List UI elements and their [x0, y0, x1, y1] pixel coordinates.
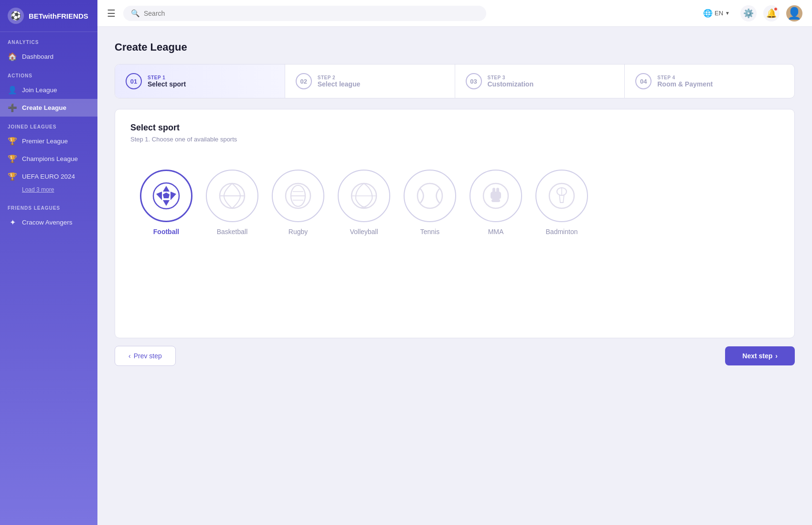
sport-circle-badminton: [535, 170, 588, 222]
step-1-info: STEP 1 Select sport: [148, 75, 186, 88]
sidebar-item-euro-2024[interactable]: 🏆 UEFA EURO 2024: [0, 168, 97, 185]
svg-rect-17: [491, 192, 501, 199]
step-2[interactable]: 02 STEP 2 Select league: [285, 64, 455, 98]
sidebar-item-champions-league[interactable]: 🏆 Champions League: [0, 150, 97, 168]
logo-icon: ⚽: [8, 8, 24, 24]
sidebar-item-join-league[interactable]: 👤 Join League: [0, 81, 97, 99]
settings-button[interactable]: ⚙️: [740, 5, 757, 21]
sport-label-football: Football: [153, 228, 179, 236]
trophy-icon-2: 🏆: [8, 154, 17, 163]
notification-dot: [774, 7, 778, 11]
chevron-down-icon: ▼: [725, 11, 730, 16]
sport-label-rugby: Rugby: [288, 228, 308, 236]
settings-icon: ⚙️: [743, 8, 754, 19]
sidebar-item-create-league[interactable]: ➕ Create League: [0, 99, 97, 117]
app-name: BETwithFRIENDS: [29, 12, 88, 20]
analytics-section-label: ANALYTICS: [0, 32, 97, 48]
sport-item-badminton[interactable]: Badminton: [535, 170, 588, 236]
dashboard-label: Dashboard: [22, 53, 53, 60]
search-bar: 🔍: [123, 6, 486, 21]
sport-item-rugby[interactable]: Rugby: [272, 170, 324, 236]
svg-rect-20: [496, 188, 499, 193]
champions-league-label: Champions League: [22, 155, 78, 162]
avatar[interactable]: 👤: [786, 5, 802, 21]
svg-marker-3: [156, 192, 162, 200]
step-4-number: 04: [635, 73, 652, 89]
step-3-name: Customization: [488, 80, 534, 88]
notifications-button[interactable]: 🔔: [763, 5, 780, 21]
panel-subtitle: Step 1. Choose one of available sports: [130, 136, 779, 143]
next-step-label: Next step: [742, 352, 772, 360]
avatar-image: 👤: [787, 7, 801, 20]
sports-grid: Football Basketball: [130, 160, 779, 240]
sidebar-item-cracow-avengers[interactable]: ✦ Cracow Avengers: [0, 214, 97, 231]
svg-marker-1: [163, 186, 170, 192]
sport-label-badminton: Badminton: [546, 228, 578, 236]
svg-marker-5: [163, 193, 170, 198]
header: ☰ 🔍 🌐 EN ▼ ⚙️ 🔔 👤: [97, 0, 812, 27]
step-3-number: 03: [466, 73, 482, 89]
svg-point-15: [417, 183, 442, 208]
load-more-button[interactable]: Load 3 more: [0, 185, 97, 198]
app-logo: ⚽ BETwithFRIENDS: [0, 0, 97, 32]
step-1-name: Select sport: [148, 80, 186, 88]
cracow-avengers-label: Cracow Avengers: [22, 219, 73, 226]
euro-2024-label: UEFA EURO 2024: [22, 173, 75, 180]
plus-icon: ➕: [8, 103, 17, 112]
trophy-icon-3: 🏆: [8, 172, 17, 181]
prev-step-label: Prev step: [134, 352, 162, 360]
svg-rect-19: [492, 188, 495, 193]
step-4-name: Room & Payment: [657, 80, 713, 88]
chevron-right-icon: ›: [775, 352, 778, 360]
sidebar: ⚽ BETwithFRIENDS ANALYTICS 🏠 Dashboard A…: [0, 0, 97, 525]
step-3[interactable]: 03 STEP 3 Customization: [455, 64, 625, 98]
page-title: Create League: [115, 41, 795, 54]
panel-title: Select sport: [130, 123, 779, 133]
sport-label-tennis: Tennis: [420, 228, 439, 236]
sport-label-volleyball: Volleyball: [350, 228, 378, 236]
sport-circle-mma: [470, 170, 522, 222]
home-icon: 🏠: [8, 52, 17, 61]
sport-label-basketball: Basketball: [217, 228, 248, 236]
step-3-label: STEP 3: [488, 75, 534, 80]
step-1[interactable]: 01 STEP 1 Select sport: [115, 64, 285, 98]
sport-item-mma[interactable]: MMA: [470, 170, 522, 236]
step-4[interactable]: 04 STEP 4 Room & Payment: [625, 64, 794, 98]
sidebar-item-premier-league[interactable]: 🏆 Premier League: [0, 132, 97, 150]
sport-item-football[interactable]: Football: [140, 170, 192, 236]
sport-circle-football: [140, 170, 192, 222]
step-4-label: STEP 4: [657, 75, 713, 80]
sport-circle-rugby: [272, 170, 324, 222]
sport-label-mma: MMA: [488, 228, 504, 236]
select-sport-panel: Select sport Step 1. Choose one of avail…: [115, 109, 795, 338]
sport-item-tennis[interactable]: Tennis: [404, 170, 456, 236]
hamburger-icon[interactable]: ☰: [107, 8, 116, 19]
language-switcher[interactable]: 🌐 EN ▼: [699, 7, 734, 20]
joined-leagues-section-label: JOINED LEAGUES: [0, 117, 97, 132]
search-input[interactable]: [144, 10, 479, 17]
actions-section-label: ACTIONS: [0, 65, 97, 81]
step-4-info: STEP 4 Room & Payment: [657, 75, 713, 88]
sport-circle-volleyball: [338, 170, 390, 222]
friends-leagues-section-label: FRIENDS LEAGUES: [0, 198, 97, 214]
step-2-name: Select league: [318, 80, 361, 88]
header-right: 🌐 EN ▼ ⚙️ 🔔 👤: [699, 5, 802, 21]
prev-step-button[interactable]: ‹ Prev step: [115, 346, 176, 366]
sidebar-item-dashboard[interactable]: 🏠 Dashboard: [0, 48, 97, 65]
step-3-info: STEP 3 Customization: [488, 75, 534, 88]
step-1-label: STEP 1: [148, 75, 186, 80]
star-icon: ✦: [8, 218, 17, 227]
svg-marker-2: [163, 200, 170, 206]
step-2-info: STEP 2 Select league: [318, 75, 361, 88]
sport-item-volleyball[interactable]: Volleyball: [338, 170, 390, 236]
sport-circle-tennis: [404, 170, 456, 222]
page-content: Create League 01 STEP 1 Select sport 02 …: [97, 27, 812, 525]
next-step-button[interactable]: Next step ›: [725, 346, 795, 365]
svg-rect-18: [491, 199, 500, 202]
steps-bar: 01 STEP 1 Select sport 02 STEP 2 Select …: [115, 64, 795, 98]
chevron-left-icon: ‹: [128, 352, 131, 360]
sport-item-basketball[interactable]: Basketball: [206, 170, 258, 236]
svg-marker-4: [171, 192, 176, 200]
join-league-label: Join League: [22, 86, 57, 94]
step-2-number: 02: [296, 73, 312, 89]
